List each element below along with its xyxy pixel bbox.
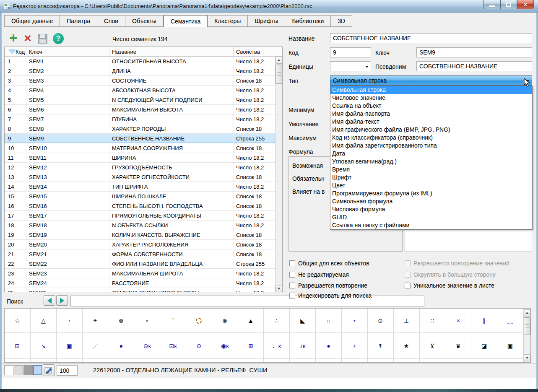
tab-4[interactable]: Семантика [164, 15, 208, 27]
symbol-cell[interactable] [134, 359, 160, 363]
symbol-cell[interactable]: ∷ [420, 309, 446, 332]
table-row[interactable]: 12SEM12ГРУЗОПОДЪЕМНОСТЬЧисло 18,2 [5, 163, 275, 172]
symbol-cell[interactable] [57, 359, 83, 363]
scroll-down-button[interactable] [524, 354, 530, 361]
type-option-4[interactable]: Имя файла-текст [330, 118, 532, 126]
search-prev-button[interactable] [44, 295, 55, 306]
type-option-1[interactable]: Числовое значение [330, 94, 532, 102]
symbol-cell[interactable]: ∴ [264, 309, 290, 332]
table-row[interactable]: 23SEM23МАКСИМАЛЬНАЯ ШИРОТАЧисло 18,2 [5, 269, 275, 278]
symbol-cell[interactable] [83, 359, 109, 363]
symbol-cell[interactable]: ◣ [290, 309, 316, 332]
symbol-cell[interactable]: ◦ [57, 309, 83, 332]
type-option-10[interactable]: Время [330, 166, 532, 174]
table-row[interactable]: 7SEM7ГЛУБИНАЧисло 18,2 [5, 114, 275, 124]
table-row[interactable]: 4SEM4АБСОЛЮТНАЯ ВЫСОТАЧисло 18,2 [5, 86, 275, 95]
type-option-13[interactable]: Программируемая формула (из IML) [330, 190, 532, 197]
symbol-cell[interactable] [316, 359, 342, 363]
symbol-cell[interactable]: ◪ [471, 333, 497, 358]
symbol-cell[interactable] [342, 359, 368, 363]
table-row[interactable]: 25SEM25ОТМЕТКА ВЕРХН УРОВНЯ ВОДЫЧисло 18… [5, 288, 275, 292]
symbol-cell[interactable]: ◉к [212, 333, 238, 358]
type-option-3[interactable]: Имя файла-паспорта [330, 110, 532, 118]
checkbox-left-0[interactable]: Общая для всех объектов [289, 260, 369, 267]
add-semantic-button[interactable]: + [8, 33, 19, 44]
symbol-cell[interactable] [5, 359, 31, 363]
table-row[interactable]: 9SEM9СОБСТВЕННОЕ НАЗВАНИЕСтрока 255 [5, 134, 275, 143]
symbol-cell[interactable]: ▣ [497, 333, 523, 358]
save-button[interactable] [38, 34, 47, 44]
help-button[interactable]: ? [53, 33, 64, 44]
swatch-2[interactable] [23, 365, 33, 375]
checkbox-box[interactable] [405, 283, 411, 288]
tab-6[interactable]: Шрифты [248, 15, 285, 27]
symbol-cell[interactable]: ⊡ [5, 333, 31, 358]
symbol-cell[interactable]: ⊥ [394, 309, 420, 332]
type-option-15[interactable]: Числовая формула [330, 205, 532, 213]
type-option-8[interactable]: Дата [330, 150, 532, 158]
type-option-9[interactable]: Угловая величина(рад.) [330, 158, 532, 166]
table-row[interactable]: 13SEM13ХАРАКТЕР ОГНЕСТОЙКОСТИСписок 18 [5, 172, 275, 182]
table-scrollbar[interactable] [275, 57, 282, 292]
table-row[interactable]: 20SEM20ХАРАКТЕР РАСПОЛОЖЕНИЯСписок 18 [5, 240, 275, 249]
background-edit-button[interactable] [43, 364, 55, 376]
symbol-cell[interactable]: ⊙ [368, 309, 394, 332]
table-row[interactable]: 22SEM22ФИО ИЛИ НАЗВАНИЕ ВЛАДЕЛЬЦАСтрока … [5, 259, 275, 269]
table-row[interactable]: 10SEM10МАТЕРИАЛ СООРУЖЕНИЯСписок 18 [5, 143, 275, 153]
symbol-cell[interactable]: ⊞ [238, 333, 264, 358]
table-row[interactable]: 2SEM2ДЛИНАЧисло 18,2 [5, 66, 275, 76]
maximize-button[interactable] [500, 0, 517, 9]
symbol-cell[interactable]: ʼ [160, 309, 186, 332]
table-row[interactable]: 5SEM5N СЛЕДУЮЩЕЙ ЧАСТИ ПОДПИСИЧисло 18,2 [5, 95, 275, 105]
symbol-cell[interactable]: ⋰ [83, 333, 109, 358]
symbol-cell[interactable] [420, 359, 446, 363]
type-dropdown-list[interactable]: Символьная строкаЧисловое значениеСсылка… [330, 86, 533, 230]
tab-8[interactable]: 3D [331, 15, 352, 27]
checkbox-box[interactable] [289, 260, 295, 266]
table-row[interactable]: 6SEM6МАКСИМАЛЬНАЯ ВЫСОТАЧисло 18,2 [5, 105, 275, 114]
tab-7[interactable]: Библиотеки [285, 15, 331, 27]
symbol-cell[interactable]: ● [108, 333, 134, 358]
column-header-code[interactable]: Код [5, 47, 26, 56]
symbol-cell[interactable]: ▣ [57, 333, 83, 358]
symbol-cell[interactable] [31, 359, 57, 363]
table-row[interactable]: 15SEM15ШИРИНА ПО ШКАЛЕСписок 18 [5, 192, 275, 201]
symbol-cell[interactable] [368, 359, 394, 363]
symbol-cell[interactable]: ♪к [290, 333, 316, 358]
symbol-cell[interactable] [471, 359, 497, 363]
symbol-cell[interactable]: ∩ [316, 309, 342, 332]
symbol-cell[interactable]: ∥ [471, 309, 497, 332]
column-header-key[interactable]: Ключ [26, 47, 109, 56]
symbol-cell[interactable]: ★ [394, 333, 420, 358]
title-bar[interactable]: Редактор классификатора - C:\Users\Publi… [0, 0, 538, 13]
checkbox-box[interactable] [289, 272, 295, 278]
tab-2[interactable]: Слои [97, 15, 125, 27]
tab-3[interactable]: Объекты [125, 15, 164, 27]
name-input[interactable] [330, 33, 532, 43]
symbol-cell[interactable]: ↟ [368, 333, 394, 358]
table-row[interactable]: 24SEM24РАССТОЯНИЕЧисло 18,2 [5, 278, 275, 288]
symbol-cell[interactable]: ⌖ [83, 309, 109, 332]
table-row[interactable]: 16SEM16СТЕПЕНЬ ВЫСОТН. ГОСПОДСТВАСписок … [5, 201, 275, 211]
checkbox-box[interactable] [289, 293, 295, 299]
symbol-cell[interactable] [108, 359, 134, 363]
symbol-cell[interactable] [264, 359, 290, 363]
symbol-cell[interactable]: ♛ [445, 333, 471, 358]
delete-semantic-button[interactable]: × [22, 33, 34, 44]
symbol-cell[interactable] [186, 309, 212, 332]
symbol-cell[interactable]: ♩к [264, 333, 290, 358]
checkbox-left-3[interactable]: Индексировать для поиска [289, 292, 372, 299]
swatch-0[interactable] [4, 365, 13, 375]
scroll-up-button[interactable] [524, 309, 530, 317]
symbol-cell[interactable]: ⊛ [108, 309, 134, 332]
close-button[interactable]: × [517, 0, 534, 9]
tab-5[interactable]: Кластеры [208, 15, 248, 27]
checkbox-left-2[interactable]: Разрешается повторение [289, 282, 367, 289]
symbol-cell[interactable] [212, 359, 238, 363]
table-row[interactable]: 21SEM21ФОРМА СОБСТВЕННОСТИСписок 18 [5, 249, 275, 259]
scale-input[interactable] [57, 365, 78, 376]
column-header-props[interactable]: Свойства [234, 47, 275, 56]
minimize-button[interactable] [483, 0, 500, 9]
symbol-cell[interactable]: ♁ [342, 333, 368, 358]
sort-triangle-icon[interactable] [9, 49, 16, 54]
